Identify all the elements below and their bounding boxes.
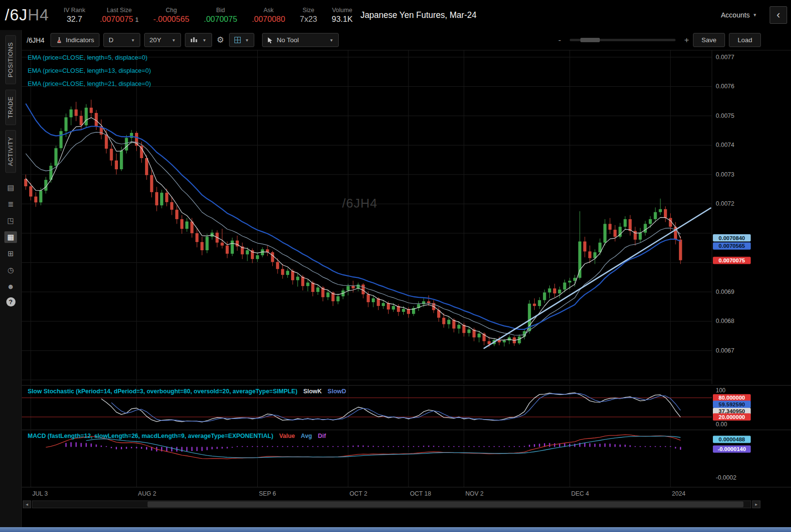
x-axis-label: 2024 [672, 490, 686, 497]
history-clock-icon[interactable]: ◷ [4, 264, 17, 276]
last-size: 1 [135, 16, 139, 23]
people-icon[interactable]: ☻ [4, 281, 17, 292]
svg-text:0.0075: 0.0075 [716, 113, 734, 119]
volume-value: 93.1K [332, 14, 353, 24]
grid-layout-icon[interactable]: ⊞ [4, 248, 17, 259]
svg-text:0.0070840: 0.0070840 [719, 235, 745, 241]
svg-text:0.0070075: 0.0070075 [719, 258, 745, 263]
field-label: Size [302, 6, 314, 14]
scroll-left-button[interactable]: ◄ [23, 500, 31, 508]
x-axis-label: DEC 4 [571, 490, 589, 497]
sidebar-tab-activity[interactable]: ACTIVITY [5, 130, 16, 173]
scroll-right-button[interactable]: ► [752, 500, 760, 508]
quote-field-chg: Chg -.0000565 [153, 6, 189, 24]
symbol-watermark: /6JH4 [342, 196, 378, 211]
quote-field-volume: Volume 93.1K [332, 6, 353, 24]
save-button[interactable]: Save [693, 33, 725, 47]
svg-text:0.0072: 0.0072 [716, 200, 734, 207]
x-axis-label: SEP 6 [259, 490, 276, 497]
field-label: Volume [332, 6, 352, 14]
size-value: 7x23 [300, 14, 317, 24]
scrollbar-track[interactable] [32, 500, 751, 508]
zoom-in-button[interactable]: + [684, 35, 689, 45]
range-dropdown[interactable]: 20Y ▼ [144, 33, 181, 47]
macd-pane[interactable]: -0.00020.0000488-0.0000140 MACD (fastLen… [22, 430, 791, 487]
help-icon[interactable]: ? [6, 297, 16, 306]
price-pane[interactable]: 0.00770.00760.00750.00740.00730.00720.00… [22, 50, 791, 384]
indicators-button[interactable]: Indicators [50, 33, 100, 47]
change-value: -.0000565 [153, 14, 189, 24]
zoom-out-button[interactable]: - [558, 35, 561, 45]
svg-text:0.0069: 0.0069 [716, 289, 734, 295]
svg-text:0.0067: 0.0067 [716, 347, 734, 354]
svg-text:0.0073: 0.0073 [716, 171, 734, 178]
svg-text:20.000000: 20.000000 [719, 414, 745, 420]
svg-text:59.592590: 59.592590 [719, 402, 745, 407]
svg-text:0.0070565: 0.0070565 [719, 243, 745, 249]
chart-settings-button[interactable]: ⚙ [216, 35, 225, 45]
load-button[interactable]: Load [729, 33, 761, 47]
chart-toolbar: /6JH4 Indicators D ▼ 20Y ▼ ▼ ⚙ ▼ No Tool… [22, 30, 791, 50]
quote-field-ask: Ask .0070080 [252, 6, 285, 24]
sidebar-tab-trade[interactable]: TRADE [5, 90, 16, 125]
quote-field-iv-rank: IV Rank 32.7 [64, 6, 85, 24]
header-right: Accounts ▼ ‹ [721, 6, 787, 24]
svg-text:-0.0002: -0.0002 [716, 474, 736, 481]
active-chart-icon[interactable]: ▦ [4, 231, 17, 243]
scrollbar-thumb[interactable] [148, 501, 743, 507]
chevron-down-icon: ▼ [202, 38, 206, 43]
chart-layout-dropdown[interactable]: ▼ [229, 33, 254, 47]
x-axis-label: OCT 2 [349, 490, 367, 497]
accounts-menu[interactable]: Accounts ▼ [721, 11, 757, 19]
svg-text:100: 100 [716, 387, 725, 394]
sidebar-tab-positions[interactable]: POSITIONS [5, 35, 16, 84]
horizontal-scrollbar[interactable]: ◄ ► [22, 500, 760, 508]
field-label: Last Size [107, 6, 132, 14]
x-axis-label: JUL 3 [32, 490, 48, 497]
bid-value: .0070075 [204, 14, 237, 24]
aggregation-dropdown[interactable]: D ▼ [103, 33, 140, 47]
stochastic-chart[interactable]: 1000.0080.00000059.59259037.34095020.000… [22, 386, 791, 429]
detached-window-icon[interactable]: ◳ [4, 215, 17, 226]
symbol: /6JH4 [5, 6, 49, 24]
x-axis-label: NOV 2 [465, 490, 484, 497]
left-sidebar: POSITIONS TRADE ACTIVITY ▤ ≣ ◳ ▦ ⊞ ◷ ☻ ? [0, 30, 22, 532]
svg-text:0.0074: 0.0074 [716, 142, 734, 148]
field-label: IV Rank [64, 6, 85, 14]
header: /6JH4 IV Rank 32.7 Last Size .00700751 C… [0, 0, 791, 30]
macd-chart[interactable]: -0.00020.0000488-0.0000140 [22, 430, 791, 487]
chart-symbol-label: /6JH4 [27, 36, 45, 44]
time-axis: JUL 3AUG 2SEP 6OCT 2OCT 18NOV 2DEC 42024 [22, 487, 791, 500]
grid-style-icon [234, 37, 241, 43]
quote-field-bid: Bid .0070075 [204, 6, 237, 24]
zoom-slider-thumb[interactable] [580, 38, 600, 42]
collapse-panel-button[interactable]: ‹ [770, 6, 787, 24]
field-label: Ask [264, 6, 274, 14]
gear-icon: ⚙ [217, 35, 224, 45]
symbol-suffix: H4 [28, 6, 49, 24]
candlestick-chart[interactable]: 0.00770.00760.00750.00740.00730.00720.00… [22, 50, 791, 384]
svg-text:0.00: 0.00 [716, 421, 727, 428]
chevron-left-icon: ‹ [776, 9, 780, 21]
field-label: Chg [165, 6, 177, 14]
list-icon[interactable]: ≣ [4, 198, 17, 210]
chart-tile-icon[interactable]: ▤ [4, 182, 17, 193]
chevron-down-icon: ▼ [753, 13, 757, 17]
chevron-down-icon: ▼ [131, 38, 135, 43]
x-axis-label: AUG 2 [138, 490, 156, 497]
svg-text:80.000000: 80.000000 [719, 395, 745, 401]
stochastic-pane[interactable]: 1000.0080.00000059.59259037.34095020.000… [22, 385, 791, 429]
last-price: .0070075 [100, 14, 133, 24]
svg-text:0.0076: 0.0076 [716, 83, 734, 90]
zoom-slider[interactable] [570, 39, 676, 41]
chevron-down-icon: ▼ [330, 38, 333, 43]
x-axis-label: OCT 18 [410, 490, 431, 497]
svg-text:0.0068: 0.0068 [716, 318, 734, 324]
field-label: Bid [216, 6, 225, 14]
field-value: 32.7 [66, 14, 82, 24]
drawing-tool-dropdown[interactable]: No Tool ▼ [262, 33, 339, 47]
chart-style-dropdown[interactable]: ▼ [185, 33, 212, 47]
symbol-root: /6J [5, 6, 28, 24]
svg-text:0.0077: 0.0077 [716, 54, 734, 61]
contract-title: Japanese Yen Futures, Mar-24 [361, 10, 477, 20]
